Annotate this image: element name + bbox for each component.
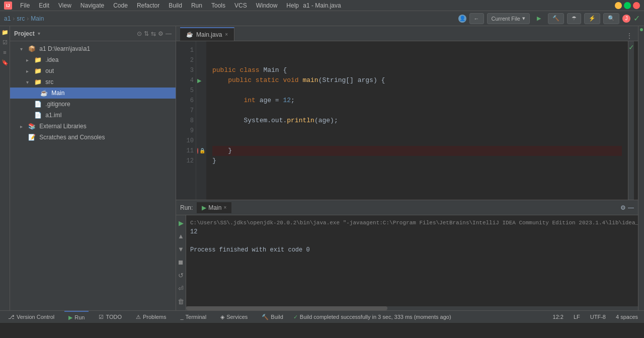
code-content[interactable]: public class Main { public static void m… [206,41,628,200]
project-dropdown-icon[interactable]: ▾ [38,31,40,36]
jetbrains-icon[interactable]: J [622,15,630,23]
tab-close-main[interactable]: × [225,32,228,37]
statusbar-services-tab[interactable]: ◈ Services [216,311,252,323]
project-locate-icon[interactable]: ⊙ [137,30,142,37]
project-tree: 📦 a1 D:\learn\java\a1 📁 .idea 📁 out [10,41,176,310]
statusbar-vcs-tab[interactable]: ⎇ Version Control [4,311,58,323]
user-avatar[interactable]: 👤 [458,15,466,23]
breadcrumb-src[interactable]: src [17,15,25,22]
indent-info[interactable]: 4 spaces [614,314,640,320]
encoding[interactable]: UTF-8 [588,314,608,320]
checkmark-icon: ✓ [633,14,640,23]
tab-more-button[interactable]: ⋮ [625,31,634,41]
tree-item-gitignore[interactable]: 📄 .gitignore [10,99,176,110]
navigation-back-button[interactable]: ← [469,13,484,24]
tree-item-main[interactable]: ☕ Main [10,88,176,99]
menu-vcs[interactable]: VCS [230,1,251,10]
run-stop-button[interactable]: ⏹ [176,257,187,268]
menu-view[interactable]: View [54,1,75,10]
tab-java-icon: ☕ [186,31,193,38]
sidebar-bookmarks-icon[interactable]: 🔖 [1,58,9,66]
menu-refactor[interactable]: Refactor [133,1,164,10]
terminal-icon: _ [180,314,183,320]
navbar: a1 › src › Main 👤 ← Current File ▾ ▶ 🔨 ☂… [0,11,644,26]
services-icon: ◈ [220,314,224,320]
menu-code[interactable]: Code [109,1,132,10]
run-status-icon: ▶ [68,314,72,321]
run-output-blank [190,236,638,245]
menu-file[interactable]: File [16,1,34,10]
gitignore-icon: 📄 [34,101,42,108]
statusbar-todo-tab[interactable]: ☑ TODO [95,311,126,323]
build-button[interactable]: 🔨 [548,13,564,24]
project-settings-icon[interactable]: ⚙ [158,30,164,37]
run-wraplines-button[interactable]: ⏎ [176,283,187,294]
arrow-a1 [20,46,26,52]
breadcrumb: a1 › src › Main [4,15,44,22]
sidebar-project-icon[interactable]: 📁 [1,28,9,36]
run-rerun-button[interactable]: ↺ [176,270,187,281]
code-line-3: public class Main { [212,65,622,75]
editor-tabs: ☕ Main.java × ⋮ [176,26,638,41]
menu-help[interactable]: Help [282,1,303,10]
breakpoint-indicator[interactable] [197,148,198,154]
tree-item-src[interactable]: 📁 src [10,76,176,88]
tree-label-gitignore: .gitignore [44,101,70,108]
tree-item-idea[interactable]: 📁 .idea [10,54,176,65]
menu-window[interactable]: Window [252,1,282,10]
sidebar-structure-icon[interactable]: ≡ [1,48,9,56]
menu-navigate[interactable]: Navigate [76,1,108,10]
status-right: 12:2 LF UTF-8 4 spaces [551,314,640,320]
maximize-button[interactable] [624,2,631,9]
code-line-8: System.out.println(age); [212,116,622,126]
tree-item-a1[interactable]: 📦 a1 D:\learn\java\a1 [10,43,176,54]
statusbar-run-tab[interactable]: ▶ Run [64,311,89,323]
run-hide-icon[interactable]: — [628,204,634,211]
run-scrollbar-thumb[interactable] [186,306,387,310]
tree-item-scratches[interactable]: 📝 Scratches and Consoles [10,132,176,143]
code-line-6: int age = 12; [212,96,622,106]
run-button[interactable]: ▶ [533,13,545,24]
tree-label-iml: a1.iml [44,112,61,119]
tree-item-iml[interactable]: 📄 a1.iml [10,110,176,121]
run-tab-main[interactable]: ▶ Main × [197,202,231,213]
statusbar-build-tab[interactable]: 🔨 Build [258,311,287,323]
menu-run[interactable]: Run [187,1,206,10]
minimize-button[interactable] [615,2,622,9]
profiler-button[interactable]: ⚡ [584,13,600,24]
run-settings-icon[interactable]: ⚙ [620,204,626,211]
close-button[interactable] [633,2,640,9]
run-clear-button[interactable]: 🗑 [176,296,187,307]
run-command-line: C:\Users\SS\.jdks\openjdk-20.0.2\bin\jav… [190,218,638,227]
line-ending[interactable]: LF [572,314,582,320]
statusbar-problems-tab[interactable]: ⚠ Problems [132,311,170,323]
run-restart-button[interactable]: ▶ [176,217,187,228]
tree-item-out[interactable]: 📁 out [10,65,176,76]
run-tab-close[interactable]: × [223,205,226,210]
search-button[interactable]: 🔍 [603,13,619,24]
statusbar-terminal-tab[interactable]: _ Terminal [176,311,210,323]
cursor-position[interactable]: 12:2 [551,314,566,320]
project-collapse-icon[interactable]: ⇆ [151,30,156,37]
run-scrollbar[interactable] [186,306,638,310]
sidebar-commit-icon[interactable]: ☑ [1,38,9,46]
run-scroll-down-button[interactable]: ▼ [176,243,187,255]
code-line-10 [212,136,622,146]
tree-item-ext-libs[interactable]: 📚 External Libraries [10,121,176,132]
project-panel-header: Project ▾ ⊙ ⇅ ⇆ ⚙ — [10,26,176,41]
menu-edit[interactable]: Edit [35,1,53,10]
project-hide-icon[interactable]: — [166,30,172,37]
title-bar: IJ File Edit View Navigate Code Refactor… [0,0,644,11]
coverage-button[interactable]: ☂ [567,13,581,24]
editor-tab-main[interactable]: ☕ Main.java × [180,27,234,41]
project-expand-icon[interactable]: ⇅ [144,30,149,37]
breadcrumb-project[interactable]: a1 [4,15,11,22]
menu-tools[interactable]: Tools [207,1,229,10]
module-icon: 📦 [28,45,36,52]
menu-build[interactable]: Build [165,1,186,10]
right-gutter2 [634,41,638,200]
right-gutter: ✓ [628,41,634,200]
run-scroll-up-button[interactable]: ▲ [176,230,187,241]
breadcrumb-main[interactable]: Main [31,15,44,22]
current-file-button[interactable]: Current File ▾ [487,13,530,24]
